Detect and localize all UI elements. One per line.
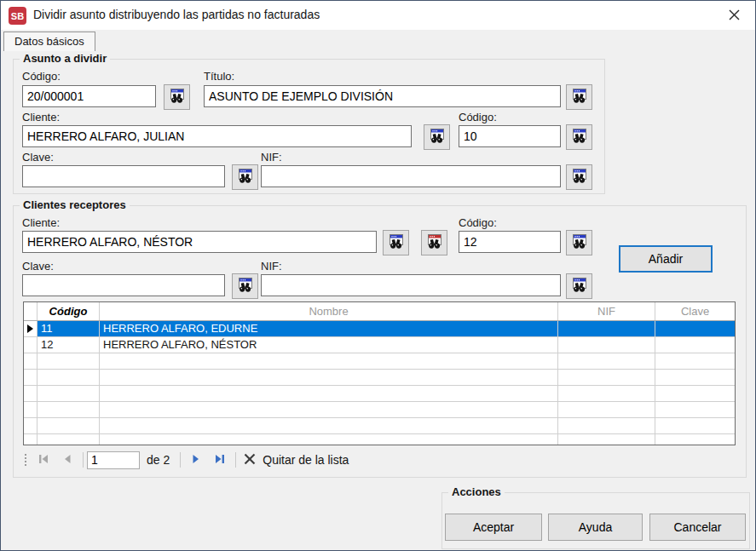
binoculars-icon — [570, 234, 589, 251]
cell-codigo — [38, 418, 100, 433]
cliente-receptor-input[interactable] — [22, 231, 377, 253]
toolbar-grip[interactable] — [25, 454, 26, 466]
row-selector-cell[interactable] — [24, 337, 38, 353]
cell-nif — [558, 386, 655, 401]
codigo-label: Código: — [459, 216, 497, 229]
cell-clave — [655, 418, 735, 433]
cliente-asunto-input[interactable] — [22, 125, 412, 147]
add-button[interactable]: Añadir — [619, 245, 713, 273]
cell-clave[interactable] — [655, 321, 735, 336]
cell-nombre[interactable]: HERRERO ALFARO, EDURNE — [100, 321, 558, 336]
cell-clave — [655, 353, 735, 369]
row-selector-header — [24, 302, 38, 320]
codigo-cliente-label: Código: — [459, 111, 497, 123]
cell-clave[interactable] — [655, 337, 735, 353]
tab-datos-basicos[interactable]: Datos básicos — [3, 32, 95, 51]
close-icon — [728, 9, 741, 25]
cell-codigo — [38, 370, 100, 385]
cell-nombre — [100, 370, 558, 385]
row-selector-cell — [24, 353, 38, 369]
table-empty-row — [24, 434, 735, 445]
close-button[interactable] — [724, 7, 743, 26]
table-header-row: Código Nombre NIF Clave — [24, 302, 735, 321]
cliente-label: Cliente: — [22, 111, 60, 123]
group-legend: Asunto a dividir — [20, 52, 110, 65]
cell-nombre[interactable]: HERRERO ALFARO, NÉSTOR — [100, 337, 558, 353]
row-selector-cell — [24, 370, 38, 385]
titulo-label: Título: — [204, 70, 234, 83]
lookup-titulo-button[interactable] — [566, 84, 592, 110]
binoculars-icon — [387, 234, 406, 251]
window-title: Dividir asunto distribuyendo las partida… — [33, 8, 320, 21]
clave-label: Clave: — [22, 260, 54, 273]
cell-codigo — [38, 402, 100, 417]
column-header-clave[interactable]: Clave — [655, 302, 735, 320]
separator — [180, 452, 181, 468]
row-selector-cell — [24, 386, 38, 401]
nav-last-button[interactable] — [210, 450, 230, 470]
titulo-input[interactable] — [204, 85, 561, 107]
lookup-codigo-receptor-button[interactable] — [566, 230, 592, 255]
dialog-window: SB Dividir asunto distribuyendo las part… — [0, 0, 756, 551]
cell-clave — [655, 386, 735, 401]
cell-nombre — [100, 402, 558, 417]
app-icon: SB — [9, 7, 26, 25]
lookup-cliente-receptor-button[interactable] — [383, 230, 409, 255]
cell-clave — [655, 402, 735, 417]
binoculars-icon — [428, 129, 447, 146]
nif-receptor-input[interactable] — [261, 274, 561, 296]
clave-label: Clave: — [22, 151, 54, 164]
cell-nif — [558, 418, 655, 433]
row-selector-cell — [24, 402, 38, 417]
last-record-icon — [213, 453, 227, 468]
table-row[interactable]: 12HERRERO ALFARO, NÉSTOR — [24, 337, 735, 353]
row-selector-cell[interactable] — [24, 321, 38, 336]
table-empty-row — [24, 370, 735, 386]
cell-codigo[interactable]: 11 — [38, 321, 100, 336]
binoculars-icon — [168, 89, 187, 106]
binoculars-icon — [570, 169, 589, 186]
codigo-receptor-input[interactable] — [459, 231, 561, 253]
column-header-codigo[interactable]: Código — [38, 302, 100, 320]
lookup-cliente-receptor-alt-button[interactable] — [421, 230, 447, 255]
lookup-clave-asunto-button[interactable] — [232, 164, 258, 190]
codigo-cliente-asunto-input[interactable] — [459, 125, 561, 147]
accept-button[interactable]: Aceptar — [445, 514, 542, 541]
cancel-button[interactable]: Cancelar — [649, 514, 746, 541]
cliente-label: Cliente: — [22, 216, 60, 229]
nav-remove-button[interactable]: Quitar de la lista — [239, 452, 352, 468]
codigo-label: Código: — [22, 70, 61, 83]
lookup-cliente-asunto-button[interactable] — [424, 124, 450, 150]
cell-nif[interactable] — [558, 337, 655, 353]
cell-nombre — [100, 418, 558, 433]
cell-nombre — [100, 353, 558, 369]
cell-clave — [655, 434, 735, 445]
lookup-codigo-asunto-button[interactable] — [164, 84, 190, 110]
lookup-nif-asunto-button[interactable] — [566, 164, 592, 190]
table-empty-row — [24, 386, 735, 402]
nav-position-input[interactable] — [87, 451, 140, 469]
nav-next-button[interactable] — [186, 450, 206, 470]
nav-previous-button[interactable] — [57, 450, 78, 470]
lookup-codigo-cliente-asunto-button[interactable] — [566, 124, 592, 150]
lookup-nif-receptor-button[interactable] — [566, 273, 592, 299]
nif-asunto-input[interactable] — [261, 165, 561, 187]
clave-asunto-input[interactable] — [22, 165, 225, 187]
nav-remove-label: Quitar de la lista — [263, 453, 349, 467]
cell-nif — [558, 370, 655, 385]
table-empty-row — [24, 353, 735, 370]
column-header-nif[interactable]: NIF — [558, 302, 655, 320]
cell-codigo[interactable]: 12 — [38, 337, 100, 353]
clave-receptor-input[interactable] — [22, 274, 225, 296]
cell-nif[interactable] — [558, 321, 655, 336]
nif-label: NIF: — [261, 151, 282, 164]
remove-x-icon — [243, 452, 257, 468]
table-row[interactable]: 11HERRERO ALFARO, EDURNE — [24, 321, 735, 337]
nav-first-button[interactable] — [33, 450, 54, 470]
lookup-clave-receptor-button[interactable] — [232, 273, 258, 299]
first-record-icon — [37, 453, 50, 468]
binoculars-icon — [236, 169, 255, 186]
column-header-nombre[interactable]: Nombre — [100, 302, 558, 320]
codigo-asunto-input[interactable] — [22, 85, 156, 107]
help-button[interactable]: Ayuda — [548, 514, 643, 541]
